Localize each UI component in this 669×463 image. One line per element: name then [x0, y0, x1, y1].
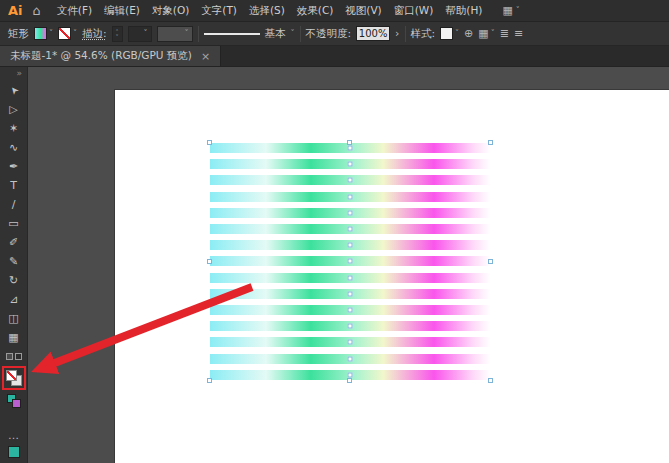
selection-handle[interactable]: [207, 259, 212, 264]
magic-wand-tool[interactable]: ✶: [3, 119, 25, 138]
divider: [198, 26, 199, 42]
selection-handle[interactable]: [488, 378, 493, 383]
width-profile-select[interactable]: ˅: [157, 26, 193, 42]
artwork[interactable]: [210, 143, 490, 380]
document-tab-title: 未标题-1* @ 54.6% (RGB/GPU 预览): [10, 49, 192, 63]
paintbrush-tool[interactable]: ✐: [3, 233, 25, 252]
scale-tool[interactable]: ⊿: [3, 290, 25, 309]
arrange-documents-button[interactable]: ▦ ˅: [478, 27, 494, 40]
brush-stroke-preview: [204, 33, 260, 35]
stroke-weight-label[interactable]: 描边:: [82, 27, 107, 41]
selection-handle[interactable]: [488, 259, 493, 264]
stack-icon[interactable]: ≡: [514, 27, 523, 40]
menubar: Ai ⌂ 文件(F)编辑(E)对象(O)文字(T)选择(S)效果(C)视图(V)…: [0, 0, 669, 22]
tool-list: ➤▷✶∿✒T∕▭✐✎↻⊿◫▦: [3, 81, 25, 347]
chevron-down-icon: ˅: [291, 30, 295, 38]
gradient-stripe[interactable]: [210, 159, 490, 169]
fill-stroke-swatch[interactable]: [6, 370, 22, 386]
color-swatch-pair[interactable]: [7, 394, 21, 408]
menu-item[interactable]: 选择(S): [243, 4, 291, 18]
shape-builder-tool[interactable]: ◫: [3, 309, 25, 328]
type-tool[interactable]: T: [3, 176, 25, 195]
document-tab-bar: 未标题-1* @ 54.6% (RGB/GPU 预览) ×: [0, 46, 669, 67]
menu-item[interactable]: 帮助(H): [439, 4, 488, 18]
stroke-none-swatch-icon: [58, 27, 71, 40]
menu-item[interactable]: 对象(O): [146, 4, 195, 18]
menu-item[interactable]: 编辑(E): [98, 4, 146, 18]
selection-handle[interactable]: [347, 378, 352, 383]
align-icon[interactable]: ≣: [500, 27, 509, 40]
rectangle-tool[interactable]: ▭: [3, 214, 25, 233]
selection-handle[interactable]: [207, 378, 212, 383]
gradient-stripe[interactable]: [210, 192, 490, 202]
pasteboard[interactable]: [28, 67, 669, 463]
pen-tool[interactable]: ✒: [3, 157, 25, 176]
menu-item[interactable]: 文字(T): [195, 4, 243, 18]
gradient-stripe[interactable]: [210, 273, 490, 283]
chevron-down-icon: ˅: [185, 30, 189, 38]
selection-handle[interactable]: [488, 140, 493, 145]
divider: [405, 26, 406, 42]
menu-item[interactable]: 视图(V): [339, 4, 387, 18]
gradient-stripe[interactable]: [210, 208, 490, 218]
stroke-color-control[interactable]: ˅: [58, 27, 77, 40]
style-select[interactable]: ˅: [440, 27, 459, 40]
active-tool-label: 矩形: [8, 27, 29, 41]
gradient-stripe[interactable]: [210, 305, 490, 315]
fill-gradient-swatch-icon: [34, 27, 47, 40]
opacity-label[interactable]: 不透明度:: [306, 27, 352, 41]
stroke-weight-select[interactable]: ˅: [128, 26, 152, 42]
chevron-down-icon: ˅: [49, 30, 53, 38]
menu-item[interactable]: 窗口(W): [388, 4, 440, 18]
app-logo: Ai: [8, 3, 23, 18]
brush-definition-select[interactable]: 基本 ˅: [204, 27, 295, 41]
lasso-tool[interactable]: ∿: [3, 138, 25, 157]
gradient-stripe[interactable]: [210, 321, 490, 331]
fill-none-swatch[interactable]: [6, 370, 17, 381]
line-segment-tool[interactable]: ∕: [3, 195, 25, 214]
style-label: 样式:: [411, 27, 436, 41]
more-tools-button[interactable]: …: [8, 429, 19, 443]
gradient-stripe[interactable]: [210, 289, 490, 299]
gradient-stripe[interactable]: [210, 337, 490, 347]
selection-handle[interactable]: [207, 140, 212, 145]
workspace: » ➤▷✶∿✒T∕▭✐✎↻⊿◫▦ …: [0, 67, 669, 463]
opacity-input[interactable]: 100%: [356, 26, 390, 41]
gradient-swatch-icon: [12, 399, 21, 408]
chevron-down-icon: ˅: [144, 30, 148, 38]
gradient-stripe[interactable]: [210, 175, 490, 185]
draw-behind-icon: [15, 353, 22, 360]
gradient-stripe[interactable]: [210, 354, 490, 364]
chevron-down-icon: ˅: [73, 30, 77, 38]
control-bar: 矩形 ˅ ˅ 描边: ˄ ˅ ˅ ˅ 基本 ˅ 不透明度: 100% › 样式:…: [0, 22, 669, 46]
gradient-stripe[interactable]: [210, 240, 490, 250]
draw-normal-icon: [6, 353, 13, 360]
rotate-tool[interactable]: ↻: [3, 271, 25, 290]
stroke-weight-stepper[interactable]: ˄ ˅: [112, 26, 123, 42]
fill-color-control[interactable]: ˅: [34, 27, 53, 40]
opacity-expand-icon[interactable]: ›: [395, 27, 399, 40]
highlight-box: [2, 366, 26, 390]
workspace-icon: ▦: [502, 4, 512, 17]
chevron-down-icon: ˅: [455, 30, 459, 38]
arrange-documents-icon: ▦: [478, 27, 488, 40]
chevron-down-icon: ˅: [491, 30, 495, 38]
menu-item[interactable]: 效果(C): [291, 4, 340, 18]
close-icon[interactable]: ×: [201, 50, 210, 63]
spinner-down-icon[interactable]: ˅: [113, 34, 122, 39]
gradient-stripe[interactable]: [210, 256, 490, 266]
gradient-stripe[interactable]: [210, 224, 490, 234]
style-swatch-icon: [440, 27, 453, 40]
pencil-tool[interactable]: ✎: [3, 252, 25, 271]
workspace-switcher[interactable]: ▦ ˅: [502, 4, 519, 17]
bottom-color-swatch[interactable]: [8, 446, 20, 458]
globe-icon[interactable]: ⊕: [464, 27, 473, 40]
toolbar: » ➤▷✶∿✒T∕▭✐✎↻⊿◫▦ …: [0, 67, 28, 463]
chevron-down-icon: ˅: [516, 7, 520, 15]
menu-item[interactable]: 文件(F): [51, 4, 98, 18]
selection-handle[interactable]: [347, 140, 352, 145]
draw-mode-icons[interactable]: [6, 349, 22, 363]
document-tab[interactable]: 未标题-1* @ 54.6% (RGB/GPU 预览) ×: [0, 46, 221, 66]
home-icon[interactable]: ⌂: [33, 3, 41, 18]
mesh-tool[interactable]: ▦: [3, 328, 25, 347]
